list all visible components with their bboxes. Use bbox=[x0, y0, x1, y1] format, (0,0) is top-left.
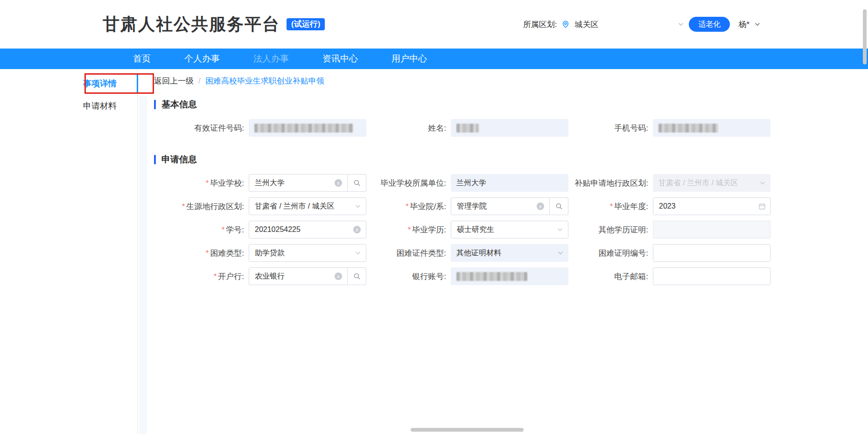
student-no-clear-icon[interactable]: x bbox=[353, 226, 361, 233]
field-id-number: 有效证件号码: bbox=[154, 119, 366, 137]
sidebar-item-materials-label: 申请材料 bbox=[83, 101, 117, 111]
apply-row-3: *学号: x *毕业学历: 硕士研究生 bbox=[154, 221, 854, 238]
field-bank: *开户行: x bbox=[154, 267, 366, 285]
chevron-down-icon bbox=[355, 203, 361, 210]
breadcrumb: 返回上一级 / 困难高校毕业生求职创业补贴申领 bbox=[147, 76, 854, 86]
difficulty-cert-no-label: 困难证明编号: bbox=[568, 248, 653, 259]
faculty-input[interactable] bbox=[451, 197, 550, 215]
bank-input[interactable] bbox=[249, 267, 348, 285]
field-difficulty-type: *困难类型: 助学贷款 bbox=[154, 244, 366, 262]
school-input[interactable] bbox=[249, 174, 348, 192]
region-chevron-down-icon[interactable] bbox=[678, 21, 684, 28]
field-bank-account: 银行账号: bbox=[366, 267, 568, 285]
field-name: 姓名: bbox=[366, 119, 568, 137]
redacted-name bbox=[456, 124, 479, 133]
difficulty-cert-type-select[interactable]: 其他证明材料 bbox=[451, 244, 568, 262]
field-other-cert: 其他学历证明: bbox=[568, 221, 770, 238]
faculty-label: *毕业院/系: bbox=[366, 201, 451, 212]
bank-account-value bbox=[451, 267, 568, 285]
breadcrumb-current-link[interactable]: 困难高校毕业生求职创业补贴申领 bbox=[205, 76, 324, 86]
sidebar-item-materials[interactable]: 申请材料 bbox=[0, 97, 137, 115]
breadcrumb-separator: / bbox=[198, 77, 201, 86]
field-student-no: *学号: x bbox=[154, 221, 366, 238]
location-pin-icon bbox=[561, 20, 570, 28]
nav-item-news[interactable]: 资讯中心 bbox=[322, 49, 358, 69]
apply-row-4: *困难类型: 助学贷款 困难证件类型: bbox=[154, 244, 854, 262]
school-unit-label: 毕业学校所属单位: bbox=[366, 178, 451, 189]
basic-info-title: 基本信息 bbox=[154, 98, 854, 111]
phone-label: 手机号码: bbox=[568, 123, 653, 133]
apply-info-title: 申请信息 bbox=[154, 154, 854, 166]
calendar-icon[interactable] bbox=[758, 203, 766, 210]
body-layout: 事项详情 申请材料 返回上一级 / 困难高校毕业生求职创业补贴申领 基本信息 bbox=[0, 69, 868, 434]
nav-item-personal[interactable]: 个人办事 bbox=[184, 49, 220, 69]
apply-row-1: *毕业学校: x 毕业学校所属单位: bbox=[154, 174, 854, 192]
basic-info-section: 基本信息 有效证件号码: 姓名: 手机号码: bbox=[147, 98, 854, 137]
field-school: *毕业学校: x bbox=[154, 174, 366, 192]
name-label: 姓名: bbox=[366, 123, 451, 133]
apply-row-5: *开户行: x 银行账号: bbox=[154, 267, 854, 285]
email-label: 电子邮箱: bbox=[568, 271, 653, 282]
origin-region-select[interactable]: 甘肃省 / 兰州市 / 城关区 bbox=[249, 197, 366, 215]
page-title: 甘肃人社公共服务平台 bbox=[103, 13, 280, 36]
nav-item-user-center[interactable]: 用户中心 bbox=[392, 49, 427, 69]
subsidy-region-label: 补贴申请地行政区划: bbox=[568, 178, 653, 189]
trial-badge: (试运行) bbox=[287, 18, 325, 30]
chevron-down-icon bbox=[557, 250, 564, 256]
email-input[interactable] bbox=[653, 267, 770, 285]
student-no-input[interactable] bbox=[249, 221, 366, 238]
phone-value bbox=[653, 119, 770, 137]
sidebar-item-detail[interactable]: 事项详情 bbox=[0, 75, 137, 92]
main-nav: 首页 个人办事 法人办事 资讯中心 用户中心 bbox=[0, 49, 868, 69]
origin-region-label: *生源地行政区划: bbox=[154, 201, 249, 212]
breadcrumb-back-link[interactable]: 返回上一级 bbox=[154, 76, 194, 86]
bank-search-button[interactable] bbox=[348, 267, 366, 285]
redacted-bank-account bbox=[456, 272, 527, 281]
difficulty-type-select[interactable]: 助学贷款 bbox=[249, 244, 366, 262]
bank-clear-icon[interactable]: x bbox=[335, 273, 342, 280]
section-bar-icon bbox=[154, 100, 156, 109]
header-right: 所属区划: 城关区 适老化 杨* bbox=[523, 0, 761, 49]
brand: 甘肃人社公共服务平台 (试运行) bbox=[103, 13, 325, 36]
chevron-down-icon bbox=[355, 250, 361, 256]
field-email: 电子邮箱: bbox=[568, 267, 770, 285]
field-school-unit: 毕业学校所属单位: 兰州大学 bbox=[366, 174, 568, 192]
name-value bbox=[451, 119, 568, 137]
other-cert-value bbox=[653, 221, 770, 238]
redacted-phone bbox=[658, 124, 718, 133]
apply-info-section: 申请信息 *毕业学校: x bbox=[147, 154, 854, 285]
difficulty-cert-type-label: 困难证件类型: bbox=[366, 248, 451, 259]
school-search-button[interactable] bbox=[348, 174, 366, 192]
user-chevron-down-icon[interactable] bbox=[754, 21, 761, 28]
faculty-clear-icon[interactable]: x bbox=[537, 203, 544, 210]
faculty-search-button[interactable] bbox=[550, 197, 568, 215]
field-difficulty-cert-no: 困难证明编号: bbox=[568, 244, 770, 262]
horizontal-scrollbar[interactable] bbox=[411, 428, 524, 432]
top-header: 甘肃人社公共服务平台 (试运行) 所属区划: 城关区 适老化 杨* bbox=[0, 0, 868, 49]
degree-label: *毕业学历: bbox=[366, 224, 451, 235]
degree-select[interactable]: 硕士研究生 bbox=[451, 221, 568, 238]
school-unit-value: 兰州大学 bbox=[451, 174, 568, 192]
main-content: 返回上一级 / 困难高校毕业生求职创业补贴申领 基本信息 有效证件号码: 姓名: bbox=[138, 69, 868, 434]
elder-mode-button[interactable]: 适老化 bbox=[689, 17, 730, 32]
user-menu[interactable]: 杨* bbox=[738, 19, 749, 30]
field-subsidy-region: 补贴申请地行政区划: 甘肃省 / 兰州市 / 城关区 bbox=[568, 174, 770, 192]
vertical-scrollbar[interactable] bbox=[863, 9, 867, 64]
region-selector[interactable]: 城关区 bbox=[574, 19, 598, 30]
nav-item-home[interactable]: 首页 bbox=[133, 49, 151, 69]
student-no-label: *学号: bbox=[154, 224, 249, 235]
region-label: 所属区划: bbox=[523, 19, 557, 30]
nav-item-corporate[interactable]: 法人办事 bbox=[253, 49, 289, 69]
chevron-down-icon bbox=[759, 180, 766, 186]
field-grad-year: *毕业年度: bbox=[568, 197, 770, 215]
school-clear-icon[interactable]: x bbox=[335, 179, 342, 187]
sidebar-item-detail-label: 事项详情 bbox=[83, 79, 117, 88]
field-phone: 手机号码: bbox=[568, 119, 770, 137]
difficulty-cert-no-input[interactable] bbox=[653, 244, 770, 262]
grad-year-input[interactable] bbox=[653, 197, 770, 215]
field-faculty: *毕业院/系: x bbox=[366, 197, 568, 215]
redacted-id-number bbox=[254, 124, 353, 133]
field-degree: *毕业学历: 硕士研究生 bbox=[366, 221, 568, 238]
field-origin-region: *生源地行政区划: 甘肃省 / 兰州市 / 城关区 bbox=[154, 197, 366, 215]
other-cert-label: 其他学历证明: bbox=[568, 224, 653, 235]
